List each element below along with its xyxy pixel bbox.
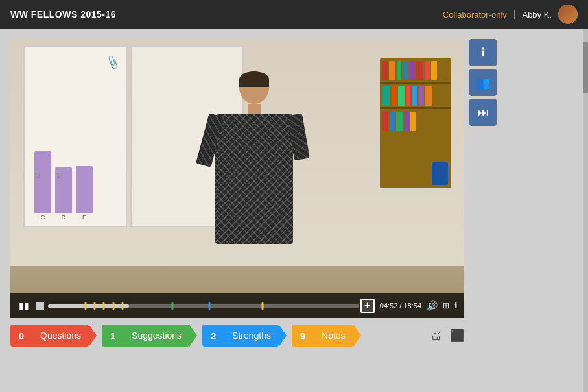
label-c: C xyxy=(34,214,51,221)
book xyxy=(406,86,410,106)
bottom-toolbar: 🖨 ⬛ xyxy=(430,328,464,343)
dress xyxy=(215,114,293,244)
book xyxy=(425,61,430,80)
header-divider: | xyxy=(513,9,516,19)
users-button[interactable]: 👥 xyxy=(469,69,497,96)
tag-strengths[interactable]: 2 Strengths xyxy=(202,325,279,347)
label-e: E xyxy=(76,214,93,221)
progress-bar[interactable] xyxy=(48,304,359,308)
tag-suggestions-label: Suggestions xyxy=(124,325,189,347)
tag-arrow xyxy=(279,325,287,347)
export-button[interactable]: ⬛ xyxy=(450,328,464,343)
settings-icon[interactable]: ℹ xyxy=(454,301,458,310)
shelf-row-2 xyxy=(380,84,451,107)
book xyxy=(396,112,403,131)
progress-filled xyxy=(48,304,129,308)
book xyxy=(398,86,405,106)
book xyxy=(410,61,415,80)
dollar-c: $ xyxy=(36,172,40,179)
tag-row: 0 Questions 1 Suggestions 2 Strengths xyxy=(10,318,464,347)
marker xyxy=(209,302,211,310)
volume-icon[interactable]: 🔊 xyxy=(427,300,438,311)
whiteboard-left: C D E 📎 $ $ xyxy=(23,45,127,227)
tag-arrow xyxy=(89,325,97,347)
tag-arrow xyxy=(353,325,361,347)
forward-button[interactable]: ⏭ xyxy=(469,99,497,126)
scrollbar[interactable] xyxy=(583,29,588,392)
hair xyxy=(239,71,269,87)
bar-e xyxy=(76,166,93,213)
tag-notes[interactable]: 9 Notes xyxy=(292,325,353,347)
shelf-row-1 xyxy=(380,58,451,82)
book xyxy=(397,61,401,80)
pause-button[interactable]: ▮▮ xyxy=(17,299,31,313)
book xyxy=(382,61,388,80)
marker xyxy=(262,302,264,310)
book xyxy=(389,61,395,80)
book xyxy=(419,86,424,106)
book xyxy=(425,86,432,106)
add-marker-button[interactable]: + xyxy=(360,299,375,313)
volume-slider[interactable] xyxy=(36,302,44,310)
tag-questions-badge: 0 xyxy=(10,325,32,347)
bar-c xyxy=(34,151,51,213)
marker xyxy=(171,302,173,310)
tag-suggestions-badge: 1 xyxy=(102,325,124,347)
header: WW FELLOWS 2015-16 Collaborator-only | A… xyxy=(0,0,588,29)
video-container: C D E 📎 $ $ xyxy=(10,39,464,347)
sidebar: ℹ 👥 ⏭ xyxy=(469,39,497,126)
bag xyxy=(432,162,448,185)
print-button[interactable]: 🖨 xyxy=(430,329,442,343)
book xyxy=(403,61,408,80)
avatar[interactable] xyxy=(558,5,578,24)
tag-questions-label: Questions xyxy=(32,325,89,347)
book xyxy=(410,112,416,131)
tag-strengths-label: Strengths xyxy=(224,325,279,347)
tag-arrow xyxy=(189,325,197,347)
chart xyxy=(34,151,93,213)
video-controls: ▮▮ xyxy=(10,293,464,318)
book xyxy=(382,112,388,131)
username-label: Abby K. xyxy=(522,10,552,19)
book xyxy=(412,86,417,106)
chart-labels: C D E xyxy=(34,214,93,221)
book xyxy=(416,61,423,80)
collaborator-link[interactable]: Collaborator-only xyxy=(443,10,507,19)
book xyxy=(382,86,390,106)
tag-notes-label: Notes xyxy=(314,325,353,347)
tag-suggestions[interactable]: 1 Suggestions xyxy=(102,325,189,347)
book xyxy=(392,86,397,106)
main-content: C D E 📎 $ $ xyxy=(0,29,588,357)
app-title: WW FELLOWS 2015-16 xyxy=(10,9,116,19)
time-display: 04:52 / 18:54 xyxy=(380,302,421,310)
tag-strengths-badge: 2 xyxy=(202,325,224,347)
shelf-row-3 xyxy=(380,109,451,132)
presenter xyxy=(196,71,312,299)
dollar-d: $ xyxy=(57,172,61,179)
label-d: D xyxy=(55,214,72,221)
bookshelf xyxy=(380,58,451,188)
video-player[interactable]: C D E 📎 $ $ xyxy=(10,39,464,318)
video-frame: C D E 📎 $ $ xyxy=(10,39,464,318)
scroll-thumb[interactable] xyxy=(583,42,588,93)
book xyxy=(390,112,395,131)
tag-questions[interactable]: 0 Questions xyxy=(10,325,89,347)
book xyxy=(404,112,409,131)
dress-pattern xyxy=(215,114,293,244)
tag-notes-badge: 9 xyxy=(292,325,314,347)
head xyxy=(239,71,269,104)
fullscreen-icon[interactable]: ⊞ xyxy=(443,301,449,310)
progress-area[interactable]: + xyxy=(36,299,375,313)
book xyxy=(431,61,437,80)
header-right: Collaborator-only | Abby K. xyxy=(443,5,578,24)
info-button[interactable]: ℹ xyxy=(469,39,497,66)
neck xyxy=(248,104,261,114)
paperclip-icon: 📎 xyxy=(104,55,121,71)
